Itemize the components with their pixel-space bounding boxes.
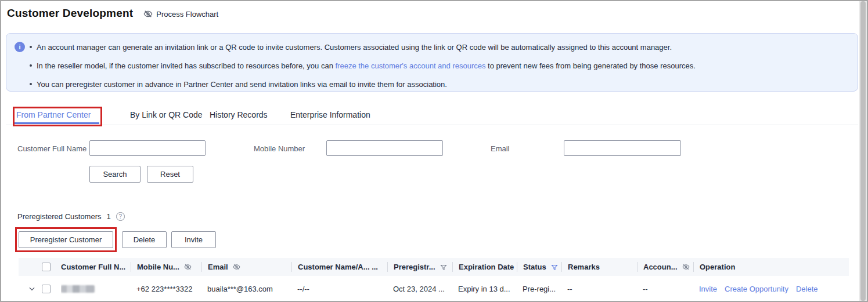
vertical-scrollbar[interactable] — [859, 1, 867, 301]
tab-from-partner-center[interactable]: From Partner Center — [16, 110, 91, 119]
customer-development-page: Customer Development Process Flowchart i… — [0, 0, 868, 302]
bullet-dot — [30, 64, 32, 67]
tab-by-link-or-qr-code[interactable]: By Link or QR Code — [130, 110, 203, 119]
header-customer-name-account: Customer Name/A... ... — [291, 262, 387, 272]
active-tab-underline — [15, 122, 99, 124]
tab-bar: From Partner Center By Link or QR Code H… — [1, 107, 867, 125]
customer-name-account-value: --/-- — [297, 285, 309, 293]
header-expiration-date: Expiration Date — [452, 262, 517, 272]
preregistered-customers-table: Customer Full N... Mobile Nu... Email Cu… — [19, 258, 849, 302]
header-checkbox-cell — [38, 258, 61, 276]
bullet-dot — [30, 83, 32, 85]
invite-link[interactable]: Invite — [699, 285, 717, 293]
customer-full-name-label: Customer Full Name — [17, 144, 87, 153]
eye-off-icon — [143, 9, 153, 19]
chevron-down-icon[interactable] — [28, 285, 36, 293]
header-remarks: Remarks — [561, 262, 637, 272]
row-mobile-number: +62 223****3322 — [131, 276, 201, 301]
row-customer-full-name — [61, 276, 131, 301]
header-mobile-number: Mobile Nu... — [131, 262, 201, 272]
header-label: Customer Full N... — [61, 263, 125, 271]
email-label: Email — [491, 144, 510, 153]
preregistration-value: Oct 23, 2024 ... — [393, 285, 445, 293]
process-flowchart-link[interactable]: Process Flowchart — [143, 9, 218, 19]
row-expiration-date: Expiry in 13 d... — [452, 276, 517, 301]
header-label: Expiration Date — [459, 263, 514, 271]
notice-text-3: You can preregister customer in advance … — [37, 80, 447, 89]
search-button[interactable]: Search — [89, 166, 141, 183]
row-account: -- — [637, 276, 693, 301]
header-label: Status — [523, 263, 546, 271]
notice-text-2-post: to prevent new fees from being generated… — [486, 61, 696, 70]
bullet-dot — [30, 46, 32, 48]
preregister-customer-button[interactable]: Preregister Customer — [19, 231, 113, 248]
create-opportunity-link[interactable]: Create Opportunity — [725, 285, 788, 293]
customer-full-name-input[interactable] — [89, 140, 206, 156]
mobile-number-label: Mobile Number — [254, 144, 305, 153]
row-checkbox[interactable] — [42, 285, 51, 293]
tab-history-records[interactable]: History Records — [210, 110, 268, 119]
page-header: Customer Development Process Flowchart — [7, 7, 218, 20]
help-icon[interactable]: ? — [116, 212, 125, 221]
select-all-checkbox[interactable] — [42, 263, 51, 271]
header-label: Customer Name/A... ... — [298, 263, 378, 271]
list-section-title: Preregistered Customers 1 ? — [17, 212, 125, 221]
header-account: Accoun... — [637, 262, 693, 272]
header-label: Accoun... — [643, 263, 678, 271]
scrollbar-thumb[interactable] — [860, 1, 866, 301]
header-label: Email — [208, 263, 228, 271]
header-operation: Operation — [693, 262, 849, 272]
header-label: Operation — [700, 263, 735, 271]
table-header-row: Customer Full N... Mobile Nu... Email Cu… — [19, 258, 849, 276]
row-preregistration: Oct 23, 2024 ... — [387, 276, 452, 301]
notice-bullet-1: i An account manager can generate an inv… — [15, 41, 846, 53]
row-expand-cell — [19, 276, 38, 301]
eye-off-icon[interactable] — [233, 263, 240, 271]
header-label: Mobile Nu... — [137, 263, 179, 271]
preregistered-customers-count: 1 — [107, 212, 111, 221]
reset-button[interactable]: Reset — [147, 166, 193, 183]
delete-button[interactable]: Delete — [122, 231, 167, 248]
header-expand-cell — [19, 258, 38, 276]
email-input[interactable] — [564, 140, 681, 156]
row-operation: Invite Create Opportunity Delete — [693, 276, 849, 301]
eye-off-icon[interactable] — [682, 263, 690, 271]
header-preregistration: Preregistr... — [387, 262, 452, 272]
header-label: Preregistr... — [394, 263, 435, 271]
tabs-divider — [6, 125, 858, 125]
header-customer-full-name: Customer Full N... — [61, 258, 131, 276]
notice-bullet-2: In the reseller model, if the customer i… — [30, 60, 846, 71]
blurred-customer-name — [61, 285, 95, 293]
freeze-account-link[interactable]: freeze the customer's account and resour… — [335, 61, 485, 70]
expiration-date-value: Expiry in 13 d... — [458, 285, 510, 293]
preregistered-customers-label: Preregistered Customers — [17, 212, 102, 221]
row-email: buaila***@163.com — [201, 276, 291, 301]
status-value: Pre-regi... — [523, 285, 556, 293]
page-title: Customer Development — [7, 7, 133, 20]
email-value: buaila***@163.com — [207, 285, 273, 293]
table-row: +62 223****3322 buaila***@163.com --/-- … — [19, 276, 849, 302]
filter-icon[interactable] — [440, 264, 447, 271]
info-icon: i — [15, 42, 25, 52]
notice-text-1: An account manager can generate an invit… — [37, 43, 672, 52]
row-checkbox-cell — [38, 276, 61, 301]
notice-bullet-3: You can preregister customer in advance … — [30, 78, 846, 90]
delete-link[interactable]: Delete — [796, 285, 818, 293]
header-label: Remarks — [568, 263, 600, 271]
row-customer-name-account: --/-- — [291, 276, 387, 301]
row-status: Pre-regi... — [517, 276, 561, 301]
invite-button[interactable]: Invite — [171, 231, 216, 248]
header-email: Email — [201, 262, 291, 272]
tab-enterprise-information[interactable]: Enterprise Information — [290, 110, 370, 119]
filter-icon-active[interactable] — [551, 264, 558, 271]
notice-banner: i An account manager can generate an inv… — [6, 33, 858, 92]
mobile-number-value: +62 223****3322 — [136, 285, 193, 293]
account-value: -- — [643, 285, 648, 293]
row-remarks: -- — [561, 276, 637, 301]
notice-text-2-pre: In the reseller model, if the customer i… — [37, 61, 335, 70]
process-flowchart-label: Process Flowchart — [156, 10, 218, 19]
remarks-value: -- — [567, 285, 572, 293]
header-status: Status — [517, 262, 561, 272]
eye-off-icon[interactable] — [184, 263, 192, 271]
mobile-number-input[interactable] — [326, 140, 443, 156]
